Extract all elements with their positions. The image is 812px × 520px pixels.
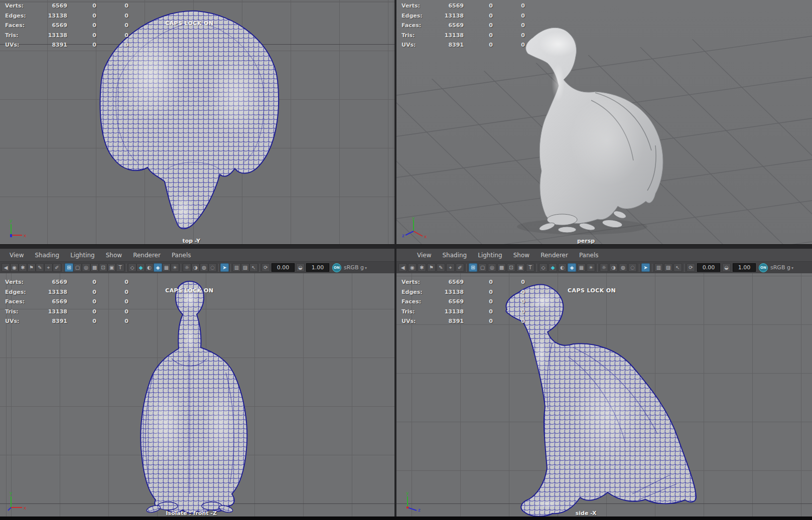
default-material-icon[interactable]: ☀ [587, 263, 595, 272]
hud-row: UVs:839100 [5, 316, 136, 326]
field-chart-icon[interactable]: ⊡ [99, 263, 107, 272]
occlusion-icon[interactable]: ◍ [619, 263, 627, 272]
grid-icon[interactable]: ⊞ [65, 263, 73, 272]
textured-icon[interactable]: ◐ [145, 263, 154, 272]
lighting-icon[interactable]: ☼ [600, 263, 608, 272]
gate-mask-icon[interactable]: ▩ [90, 263, 99, 272]
motion-blur-icon[interactable]: ◌ [628, 263, 637, 272]
menu-panels[interactable]: Panels [574, 252, 604, 259]
caps-lock-warning: CAPS LOCK ON [568, 287, 616, 294]
isolate-select-icon[interactable]: ➤ [641, 263, 650, 272]
fit-view-icon[interactable]: ↖ [249, 263, 258, 272]
menu-shading[interactable]: Shading [29, 252, 65, 259]
image-plane-icon[interactable]: ✎ [437, 263, 445, 272]
xray-icon[interactable]: ▥ [654, 263, 663, 272]
hud-value: 0 [493, 3, 525, 9]
textured-icon[interactable]: ◐ [558, 263, 567, 272]
checkered-icon[interactable]: ▦ [577, 263, 586, 272]
menu-renderer[interactable]: Renderer [127, 252, 166, 259]
select-camera-icon[interactable]: ◀ [398, 263, 407, 272]
wireframe-on-shaded-icon[interactable]: ◈ [154, 263, 162, 272]
motion-blur-icon[interactable]: ◌ [208, 263, 217, 272]
viewport-top[interactable]: Verts:656900Edges:1313800Faces:656900Tri… [0, 0, 394, 244]
lighting-icon[interactable]: ☼ [183, 263, 191, 272]
image-plane-icon[interactable]: ✎ [36, 263, 44, 272]
hud-value: 0 [96, 13, 128, 19]
viewport-panel-top-left: Verts:656900Edges:1313800Faces:656900Tri… [0, 0, 394, 244]
hud-value: 8391 [429, 42, 464, 48]
menu-panels[interactable]: Panels [166, 252, 197, 259]
hud-value: 6569 [429, 3, 464, 9]
viewport-front[interactable]: Verts:656900Edges:1313800Faces:656900Tri… [0, 273, 394, 516]
gate-mask-icon[interactable]: ▩ [497, 263, 506, 272]
gamma-icon[interactable]: ◒ [722, 263, 731, 272]
wireframe-icon[interactable]: ◇ [539, 263, 548, 272]
menu-show[interactable]: Show [100, 252, 127, 259]
exposure-icon[interactable]: ⟳ [261, 263, 270, 272]
hud-value: 0 [493, 22, 525, 29]
colorspace-label[interactable]: sRGB g▾ [344, 264, 367, 271]
wireframe-on-shaded-icon[interactable]: ◈ [568, 263, 576, 272]
shadows-icon[interactable]: ◑ [191, 263, 200, 272]
toolbar-separator [536, 264, 537, 272]
resolution-gate-icon[interactable]: ◎ [82, 263, 90, 272]
menu-view[interactable]: View [412, 252, 437, 259]
field-chart-icon[interactable]: ⊡ [507, 263, 515, 272]
xray-icon[interactable]: ▥ [232, 263, 241, 272]
colorspace-label[interactable]: sRGB g▾ [770, 264, 793, 271]
wireframe-icon[interactable]: ◇ [128, 263, 137, 272]
hud-row: Tris:1313800 [5, 307, 136, 317]
film-gate-icon[interactable]: ▢ [478, 263, 487, 272]
lock-camera-icon[interactable]: ◉ [408, 263, 417, 272]
occlusion-icon[interactable]: ◍ [200, 263, 208, 272]
select-camera-icon[interactable]: ◀ [2, 263, 10, 272]
grid-icon[interactable]: ⊞ [469, 263, 477, 272]
resolution-gate-icon[interactable]: ◎ [488, 263, 496, 272]
isolate-select-icon[interactable]: ➤ [220, 263, 229, 272]
axis-gizmo: y x [5, 216, 28, 239]
gamma-icon[interactable]: ◒ [296, 263, 305, 272]
safe-action-icon[interactable]: ▣ [107, 263, 116, 272]
shaded-icon[interactable]: ◆ [549, 263, 557, 272]
safe-title-icon[interactable]: T [526, 263, 534, 272]
camera-attributes-icon[interactable]: ✱ [418, 263, 426, 272]
grease-pencil-icon[interactable]: ✐ [456, 263, 464, 272]
gamma-field[interactable]: 1.00 [306, 263, 329, 272]
menu-renderer[interactable]: Renderer [535, 252, 574, 259]
menu-shading[interactable]: Shading [437, 252, 472, 259]
lock-camera-icon[interactable]: ◉ [10, 263, 19, 272]
xray-active-icon[interactable]: ▨ [241, 263, 249, 272]
safe-action-icon[interactable]: ▣ [516, 263, 525, 272]
shaded-icon[interactable]: ◆ [137, 263, 145, 272]
viewport-side[interactable]: Verts:656900Edges:1313800Faces:656900Tri… [396, 273, 812, 516]
bookmark-icon[interactable]: ⚑ [427, 263, 436, 272]
default-material-icon[interactable]: ☀ [171, 263, 179, 272]
hud-value: 0 [464, 3, 493, 9]
view-transform-toggle[interactable]: ON [759, 263, 768, 272]
bookmark-icon[interactable]: ⚑ [27, 263, 36, 272]
fit-view-icon[interactable]: ↖ [673, 263, 682, 272]
pan-zoom-icon[interactable]: ⌖ [446, 263, 455, 272]
menu-show[interactable]: Show [508, 252, 535, 259]
menu-lighting[interactable]: Lighting [65, 252, 100, 259]
menu-view[interactable]: View [4, 252, 29, 259]
safe-title-icon[interactable]: T [116, 263, 124, 272]
hud-value: 0 [464, 22, 493, 29]
xray-active-icon[interactable]: ▨ [664, 263, 672, 272]
exposure-icon[interactable]: ⟳ [687, 263, 695, 272]
toolbar-separator [597, 264, 598, 272]
menu-lighting[interactable]: Lighting [472, 252, 508, 259]
hud-value: 6569 [429, 279, 464, 285]
gamma-field[interactable]: 1.00 [733, 263, 756, 272]
exposure-field[interactable]: 0.00 [697, 263, 720, 272]
camera-attributes-icon[interactable]: ✱ [19, 263, 27, 272]
camera-label: top -Y [182, 238, 200, 244]
checkered-icon[interactable]: ▦ [162, 263, 171, 272]
view-transform-toggle[interactable]: ON [332, 263, 341, 272]
pan-zoom-icon[interactable]: ⌖ [44, 263, 53, 272]
viewport-persp[interactable]: Verts:656900Edges:1313800Faces:656900Tri… [396, 0, 812, 244]
film-gate-icon[interactable]: ▢ [73, 263, 82, 272]
exposure-field[interactable]: 0.00 [272, 263, 295, 272]
shadows-icon[interactable]: ◑ [609, 263, 618, 272]
grease-pencil-icon[interactable]: ✐ [53, 263, 61, 272]
